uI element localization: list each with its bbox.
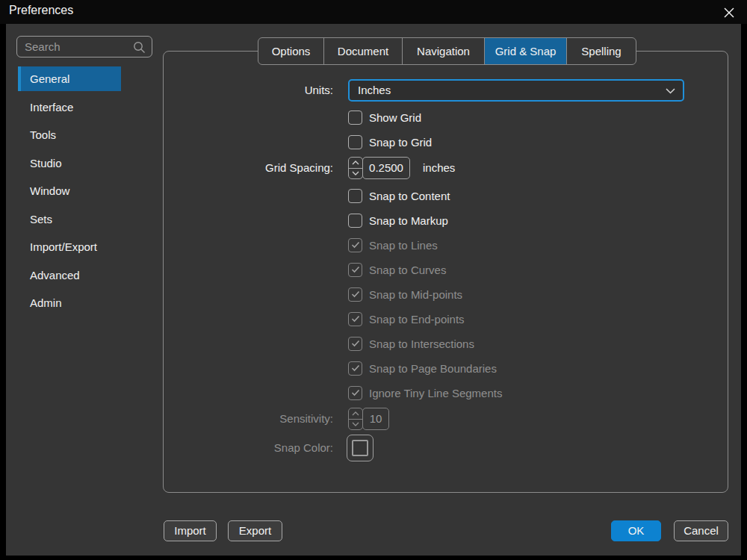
grid-spacing-label: Grid Spacing:: [164, 157, 341, 179]
grid-spacing-spinner: 0.2500: [348, 157, 410, 179]
checkbox-label: Ignore Tiny Line Segments: [369, 387, 502, 399]
search-input[interactable]: [17, 37, 135, 57]
spin-up-icon[interactable]: [349, 158, 362, 168]
sidebar-item-general[interactable]: General: [18, 66, 121, 91]
checkbox-snap-to-content[interactable]: [348, 189, 362, 203]
sidebar-item-sets[interactable]: Sets: [18, 207, 121, 231]
checkbox-label: Snap to Mid-points: [369, 288, 462, 301]
spin-down-icon[interactable]: [349, 168, 362, 179]
checkbox-ignore-tiny-line-segments[interactable]: [348, 386, 362, 400]
checkbox-row-snap-to-content: Snap to Content: [348, 189, 450, 203]
checkbox-row-ignore-tiny-line-segments: Ignore Tiny Line Segments: [348, 386, 502, 400]
sidebar-item-interface[interactable]: Interface: [18, 95, 121, 119]
checkbox-row-snap-to-lines: Snap to Lines: [348, 238, 438, 252]
grid-spacing-value[interactable]: 0.2500: [362, 157, 410, 179]
checkbox-row-snap-to-curves: Snap to Curves: [348, 263, 446, 277]
sensitivity-spinner: 10: [348, 408, 389, 430]
checkbox-snap-to-grid[interactable]: [348, 135, 362, 149]
checkbox-snap-to-intersections[interactable]: [348, 337, 362, 351]
snap-color-label: Snap Color:: [164, 435, 341, 461]
checkbox-row-snap-to-mid-points: Snap to Mid-points: [348, 287, 462, 302]
checkbox-label: Snap to Lines: [369, 239, 438, 252]
units-dropdown[interactable]: Inches: [348, 79, 684, 102]
checkbox-row-snap-to-grid: Snap to Grid: [348, 135, 432, 149]
search-box: [16, 36, 152, 57]
close-button[interactable]: [722, 5, 737, 20]
checkbox-label: Show Grid: [369, 111, 421, 124]
checkbox-snap-to-mid-points[interactable]: [348, 287, 362, 302]
sidebar-item-studio[interactable]: Studio: [18, 151, 121, 175]
sidebar-item-admin[interactable]: Admin: [18, 290, 121, 315]
spin-down-icon[interactable]: [349, 419, 362, 430]
preferences-dialog: Preferences GeneralInterfaceToolsStudioW…: [0, 0, 747, 560]
checkbox-row-snap-to-markup: Snap to Markup: [348, 214, 448, 228]
titlebar: Preferences: [0, 0, 747, 24]
checkbox-label: Snap to Curves: [369, 264, 446, 276]
snap-color-well: [352, 440, 368, 456]
chevron-down-icon: [666, 88, 675, 94]
spinner-arrows: [348, 408, 363, 430]
spin-up-icon[interactable]: [349, 408, 362, 419]
tab-options[interactable]: Options: [258, 38, 324, 64]
search-icon: [133, 41, 146, 54]
settings-panel: Units: Inches Grid Spacing: 0.2500: [163, 51, 728, 493]
sidebar-item-import-export[interactable]: Import/Export: [18, 234, 121, 259]
sensitivity-value[interactable]: 10: [362, 408, 389, 430]
units-value: Inches: [350, 81, 683, 100]
tab-grid-snap[interactable]: Grid & Snap: [485, 38, 567, 64]
checkbox-label: Snap to Content: [369, 190, 450, 202]
checkbox-row-snap-to-end-points: Snap to End-points: [348, 312, 465, 326]
checkbox-label: Snap to Markup: [369, 214, 448, 227]
checkbox-show-grid[interactable]: [348, 111, 362, 125]
checkbox-snap-to-markup[interactable]: [348, 214, 362, 228]
tab-spelling[interactable]: Spelling: [567, 38, 636, 64]
snap-color-swatch[interactable]: [347, 435, 374, 461]
checkbox-label: Snap to Grid: [369, 136, 432, 149]
sensitivity-label: Sensitivity:: [164, 408, 341, 430]
sidebar-item-tools[interactable]: Tools: [18, 122, 121, 147]
tab-bar: OptionsDocumentNavigationGrid & SnapSpel…: [258, 37, 636, 65]
checkbox-label: Snap to End-points: [369, 313, 465, 326]
tab-document[interactable]: Document: [324, 38, 403, 64]
checkbox-snap-to-curves[interactable]: [348, 263, 362, 277]
spinner-arrows: [348, 157, 363, 179]
checkbox-row-show-grid: Show Grid: [348, 111, 421, 125]
sidebar-item-window[interactable]: Window: [18, 178, 121, 203]
checkbox-snap-to-lines[interactable]: [348, 238, 362, 252]
ok-button[interactable]: OK: [611, 520, 661, 541]
sidebar: GeneralInterfaceToolsStudioWindowSetsImp…: [18, 66, 121, 319]
cancel-button[interactable]: Cancel: [674, 520, 728, 541]
export-button[interactable]: Export: [228, 520, 282, 541]
checkbox-row-snap-to-page-boundaries: Snap to Page Boundaries: [348, 361, 497, 376]
dialog-title: Preferences: [9, 4, 73, 17]
sidebar-item-advanced[interactable]: Advanced: [18, 263, 121, 287]
checkbox-label: Snap to Intersections: [369, 337, 474, 350]
checkbox-label: Snap to Page Boundaries: [369, 362, 497, 375]
units-label: Units:: [164, 79, 341, 102]
import-button[interactable]: Import: [164, 520, 217, 541]
dialog-body: GeneralInterfaceToolsStudioWindowSetsImp…: [6, 24, 741, 556]
checkbox-snap-to-end-points[interactable]: [348, 312, 362, 326]
checkbox-row-snap-to-intersections: Snap to Intersections: [348, 337, 474, 351]
grid-spacing-unit: inches: [423, 157, 455, 179]
tab-navigation[interactable]: Navigation: [403, 38, 485, 64]
checkbox-snap-to-page-boundaries[interactable]: [348, 361, 362, 376]
close-icon: [724, 7, 734, 18]
